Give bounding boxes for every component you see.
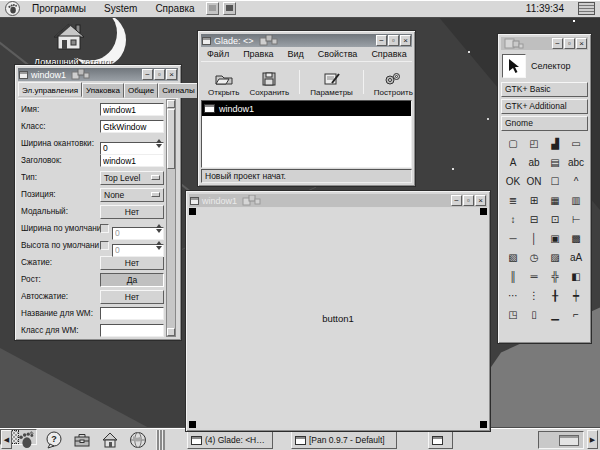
palette-widget-table-widget[interactable]: ▦	[545, 191, 566, 210]
type-dropdown[interactable]: Top Level	[100, 171, 164, 185]
taskbar-task[interactable]: [Pan 0.9.7 - Default]	[291, 431, 397, 449]
selection-handle[interactable]	[189, 208, 196, 215]
palette-category-button[interactable]: GTK+ Basic	[501, 82, 588, 97]
title-input[interactable]	[100, 154, 164, 167]
taskbar-task-partial[interactable]	[428, 431, 453, 449]
glade-menu-item[interactable]: Правка	[237, 49, 279, 59]
palette-widget-combo-box[interactable]: ⊟	[524, 210, 545, 229]
spinner-arrows-icon[interactable]	[155, 138, 163, 149]
palette-widget-clist[interactable]: ▥	[566, 191, 587, 210]
minimize-button[interactable]: −	[552, 38, 563, 49]
options-button[interactable]: Параметры	[307, 70, 356, 98]
help-launcher[interactable]: ?	[42, 430, 66, 450]
palette-widget-text[interactable]: ▤	[545, 153, 566, 172]
glade-titlebar[interactable]: Glade: <> − ▫ ×	[201, 34, 412, 47]
spinner-arrows-icon[interactable]	[155, 223, 163, 234]
glade-menu-item[interactable]: Вид	[282, 49, 310, 59]
modal-toggle-button[interactable]: Нет	[100, 205, 164, 219]
palette-category-button[interactable]: GTK+ Additional	[501, 99, 588, 114]
selection-handle[interactable]	[480, 421, 487, 428]
palette-widget-hbutton-box[interactable]: ⋯	[503, 286, 524, 305]
palette-widget-window[interactable]: ▢	[503, 134, 524, 153]
scroll-up-icon[interactable]	[167, 100, 175, 108]
palette-widget-label[interactable]: A	[503, 153, 524, 172]
properties-scrollbar[interactable]	[166, 99, 176, 337]
palette-widget-hscale[interactable]: ┿	[566, 286, 587, 305]
main-menu-foot-button[interactable]	[14, 430, 38, 450]
minimize-button[interactable]: −	[376, 35, 387, 46]
properties-tab[interactable]: Общие	[124, 83, 158, 98]
top-menu-item[interactable]: Справка	[146, 0, 203, 17]
palette-widget-vbox[interactable]: ║	[503, 267, 524, 286]
palette-widget-frame[interactable]: ▭	[566, 134, 587, 153]
palette-widget-button[interactable]: OK	[503, 172, 524, 191]
tasklist-applet-icon[interactable]	[578, 2, 595, 15]
palette-widget-curve[interactable]: ▟	[545, 134, 566, 153]
desktop-icon-home[interactable]: Домашний каталог	[34, 22, 104, 67]
widget-tree-item-window1[interactable]: window1	[202, 101, 411, 116]
palette-widget-paned[interactable]: ◧	[566, 267, 587, 286]
palette-widget-check-button[interactable]: ☐	[545, 172, 566, 191]
palette-widget-fixed[interactable]: ▯	[524, 305, 545, 324]
top-menu-item[interactable]: Программы	[23, 0, 95, 17]
palette-widget-dialog[interactable]: ◰	[524, 134, 545, 153]
properties-tab[interactable]: Упаковка	[82, 83, 124, 98]
panel-hide-right-button[interactable]: ▶	[587, 430, 598, 449]
palette-widget-spin-button[interactable]: ↕	[503, 210, 524, 229]
settings-toolbox-launcher[interactable]	[70, 430, 94, 450]
scroll-down-icon[interactable]	[167, 328, 175, 336]
palette-widget-arrow[interactable]: ^	[566, 172, 587, 191]
spinner-arrows-icon[interactable]	[155, 240, 163, 251]
palette-titlebar[interactable]: − ▫ ×	[501, 37, 588, 50]
palette-widget-alignment[interactable]: ⌐	[566, 305, 587, 324]
palette-widget-combo-entry[interactable]: abc	[566, 153, 587, 172]
taskbar-task[interactable]: (4) Glade: <Неозагла...	[187, 431, 273, 449]
palette-widget-entry[interactable]: ab	[524, 153, 545, 172]
palette-widget-hseparator[interactable]: ─	[503, 229, 524, 248]
close-button[interactable]: ×	[475, 195, 486, 206]
launcher-terminal-icon[interactable]	[206, 2, 219, 15]
palette-widget-color-dialog[interactable]: ▧	[503, 248, 524, 267]
grow-toggle-button[interactable]: Да	[100, 273, 164, 287]
home-launcher[interactable]	[98, 430, 122, 450]
web-browser-launcher[interactable]	[126, 430, 150, 450]
minimize-button[interactable]: −	[451, 195, 462, 206]
name-input[interactable]	[100, 103, 164, 116]
minimize-button[interactable]: −	[142, 69, 153, 80]
maximize-button[interactable]: ▫	[388, 35, 399, 46]
palette-widget-list[interactable]: ≣	[503, 191, 524, 210]
palette-widget-toggle-button[interactable]: ON	[524, 172, 545, 191]
selector-button[interactable]	[502, 54, 526, 78]
default-height-checkbox[interactable]	[100, 241, 109, 250]
glade-menu-item[interactable]: Файл	[201, 49, 235, 59]
properties-tab[interactable]: Эл.управления	[18, 82, 82, 97]
wm-name-input[interactable]	[100, 307, 164, 320]
palette-widget-notebook[interactable]: ◳	[503, 305, 524, 324]
properties-titlebar[interactable]: window1 − ▫ ×	[18, 68, 178, 81]
main-menu-button[interactable]	[5, 1, 20, 16]
position-dropdown[interactable]: None	[100, 188, 164, 202]
selection-handle[interactable]	[480, 208, 487, 215]
build-button[interactable]: Построить	[371, 70, 416, 98]
palette-widget-ruler[interactable]: ⊢	[566, 210, 587, 229]
panel-grab-handle[interactable]	[156, 430, 165, 450]
properties-tab[interactable]: Сигналы	[158, 83, 198, 98]
class-input[interactable]	[100, 120, 164, 133]
design-titlebar[interactable]: window1 − ▫ ×	[189, 194, 487, 207]
palette-widget-option-menu[interactable]: ⊡	[545, 210, 566, 229]
palette-widget-vscale[interactable]: ╂	[545, 286, 566, 305]
glade-menu-item[interactable]: Справка	[365, 49, 412, 59]
palette-widget-vbutton-box[interactable]: ⋮	[524, 286, 545, 305]
shrink-toggle-button[interactable]: Нет	[100, 256, 164, 270]
palette-widget-file-dialog[interactable]: ▨	[545, 248, 566, 267]
open-button[interactable]: Открыть	[205, 70, 242, 98]
palette-widget-ctree[interactable]: ⊞	[524, 191, 545, 210]
palette-widget-table-container[interactable]: ╬	[545, 267, 566, 286]
launcher-console-icon[interactable]	[223, 2, 236, 15]
glade-menu-item[interactable]: Свойства	[312, 49, 364, 59]
wm-class-input[interactable]	[100, 324, 164, 337]
palette-widget-vseparator[interactable]: │	[524, 229, 545, 248]
maximize-button[interactable]: ▫	[154, 69, 165, 80]
close-button[interactable]: ×	[576, 38, 587, 49]
desk-guide-applet[interactable]	[538, 431, 584, 449]
